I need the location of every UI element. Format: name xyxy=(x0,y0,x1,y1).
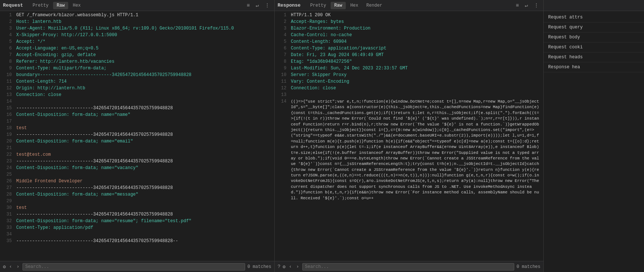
line-item: 35 -----------------------------34265472… xyxy=(0,238,274,245)
response-wrap-icon[interactable]: ↵ xyxy=(523,1,529,9)
line-item: 19 -----------------------------34265472… xyxy=(0,132,274,139)
line-item: 28 Content-Disposition: form-data; name=… xyxy=(0,192,274,199)
line-item: 22 test@test.com xyxy=(0,152,274,159)
response-tabs: Pretty Raw Hex Render xyxy=(306,2,386,9)
line-item: 18 test xyxy=(0,125,274,132)
line-item: 7 Date: Fri, 23 Aug 2024 06:49:49 GMT xyxy=(275,52,543,59)
sidebar-content: Request attrs Request query Request body… xyxy=(544,11,644,272)
line-item: 6 Content-Type: application/javascript xyxy=(275,46,543,52)
line-item: 32 Content-Disposition: form-data; name=… xyxy=(0,218,274,225)
line-item: 14 xyxy=(0,99,274,106)
line-item: 16 Content-Disposition: form-data; name=… xyxy=(0,112,274,119)
line-item: 11 Vary: Content-Encoding xyxy=(275,79,543,86)
sidebar-panel: Request attrs Request query Request body… xyxy=(544,0,644,272)
sidebar-item-request-headers[interactable]: Request heads xyxy=(544,52,644,62)
line-item: 23 -----------------------------34265472… xyxy=(0,159,274,165)
line-item: 8 Etag: "1da36b948427256" xyxy=(275,59,543,66)
request-title: Request xyxy=(3,3,23,8)
request-panel: Request Pretty Raw Hex ≡ ↵ ⋮ 1 GET /_fra… xyxy=(0,0,275,272)
sidebar-item-request-attrs[interactable]: Request attrs xyxy=(544,13,644,23)
request-tabs: Pretty Raw Hex xyxy=(29,2,84,9)
response-pretty-icon[interactable]: ≡ xyxy=(514,2,520,9)
line-item: 25 xyxy=(0,172,274,179)
response-matches-count: 0 matches xyxy=(516,264,540,269)
line-item: 13 xyxy=(275,92,543,99)
line-item: 26 Middle Frontend Developer xyxy=(0,179,274,185)
line-item: 1 GET /_framework/blazor.webassembly.js … xyxy=(0,13,274,19)
line-item: 9 Content-Type: multipart/form-data; xyxy=(0,66,274,72)
sidebar-item-request-body[interactable]: Request body xyxy=(544,32,644,42)
tab-request-raw[interactable]: Raw xyxy=(53,2,69,9)
line-item: 27 -----------------------------34265472… xyxy=(0,185,274,192)
request-prev-button[interactable]: ‹ xyxy=(8,264,13,270)
request-settings-icon[interactable]: ⚙ xyxy=(3,264,6,270)
line-item: 24 Content-Disposition: form-data; name=… xyxy=(0,165,274,172)
line-item: 8 Referer: http://lantern.htb/vacancies xyxy=(0,59,274,66)
line-item: 21 xyxy=(0,145,274,152)
response-menu-icon[interactable]: ⋮ xyxy=(532,1,540,9)
response-prev-button[interactable]: ‹ xyxy=(288,264,293,270)
line-item: 7 Accept-Encoding: gzip, deflate xyxy=(0,52,274,59)
line-item: 4 Cache-Control: no-cache xyxy=(275,32,543,39)
line-item: 30 test xyxy=(0,205,274,212)
response-next-button[interactable]: › xyxy=(295,264,300,270)
response-title: Response xyxy=(278,3,300,8)
line-item: 13 Connection: close xyxy=(0,92,274,99)
line-item: 31 -----------------------------34265472… xyxy=(0,212,274,218)
request-menu-icon[interactable]: ⋮ xyxy=(263,1,271,9)
line-item: 6 Accept-Language: en-US,en;q=0.5 xyxy=(0,46,274,52)
line-item: 10 boundary=---------------------------3… xyxy=(0,72,274,79)
line-item: 4 X-Skipper-Proxy: http://127.0.0.1:5000 xyxy=(0,32,274,39)
request-matches-count: 0 matches xyxy=(247,264,271,269)
tab-response-render[interactable]: Render xyxy=(363,2,386,9)
line-item: 12 Connection: close xyxy=(275,86,543,92)
tab-request-hex[interactable]: Hex xyxy=(69,2,84,9)
tab-response-hex[interactable]: Hex xyxy=(347,2,362,9)
response-settings-icon[interactable]: ⚙ xyxy=(283,264,286,270)
response-panel: Response Pretty Raw Hex Render ≡ ↵ ⋮ 1 H… xyxy=(275,0,544,272)
line-item: 1 HTTP/1.1 200 OK xyxy=(275,13,543,19)
sidebar-item-request-query[interactable]: Request query xyxy=(544,23,644,32)
line-item: 2 Accept-Ranges: bytes xyxy=(275,19,543,26)
line-item: 33 Content-Type: application/pdf xyxy=(0,225,274,232)
line-item: 15 -----------------------------34265472… xyxy=(0,106,274,112)
sidebar-item-response-headers[interactable]: Response hea xyxy=(544,62,644,72)
request-pretty-icon[interactable]: ≡ xyxy=(245,2,251,9)
request-wrap-icon[interactable]: ↵ xyxy=(254,1,260,9)
line-item: 3 User-Agent: Mozilla/5.0 (X11; Linux x8… xyxy=(0,26,274,32)
response-search-input[interactable] xyxy=(302,263,514,271)
request-content: 1 GET /_framework/blazor.webassembly.js … xyxy=(0,11,274,261)
sidebar-header xyxy=(544,0,644,11)
line-item: 3 Blazor-Environment: Production xyxy=(275,26,543,32)
line-item: 9 Last-Modified: Sun, 24 Dec 2023 22:33:… xyxy=(275,66,543,72)
line-item: 14 (()=>{"use strict";var e,t,n;!functio… xyxy=(275,99,543,201)
line-item: 5 Content-Length: 60904 xyxy=(275,39,543,46)
line-item: 29 xyxy=(0,199,274,205)
line-item: 2 Host: lantern.htb xyxy=(0,19,274,26)
tab-response-pretty[interactable]: Pretty xyxy=(306,2,330,9)
line-item: 12 Origin: http://lantern.htb xyxy=(0,86,274,92)
line-item: 5 Accept: */* xyxy=(0,39,274,46)
tab-response-raw[interactable]: Raw xyxy=(331,2,346,9)
line-item: 34 xyxy=(0,232,274,238)
line-item: 11 Content-Length: 714 xyxy=(0,79,274,86)
line-item: 17 xyxy=(0,119,274,125)
request-footer: ⚙ ‹ › 0 matches xyxy=(0,261,274,272)
response-question-icon[interactable]: ? xyxy=(278,264,281,269)
sidebar-item-request-cookies[interactable]: Request cooki xyxy=(544,42,644,52)
response-content: 1 HTTP/1.1 200 OK 2 Accept-Ranges: bytes… xyxy=(275,11,543,261)
line-item: 20 Content-Disposition: form-data; name=… xyxy=(0,139,274,145)
request-header: Request Pretty Raw Hex ≡ ↵ ⋮ xyxy=(0,0,274,11)
response-footer: ? ⚙ ‹ › 0 matches xyxy=(275,261,543,272)
request-search-input[interactable] xyxy=(22,263,245,271)
response-header: Response Pretty Raw Hex Render ≡ ↵ ⋮ xyxy=(275,0,543,11)
request-header-actions: ≡ ↵ ⋮ xyxy=(245,1,271,9)
line-item: 10 Server: Skipper Proxy xyxy=(275,72,543,79)
tab-request-pretty[interactable]: Pretty xyxy=(29,2,52,9)
request-next-button[interactable]: › xyxy=(15,264,21,270)
response-header-actions: ≡ ↵ ⋮ xyxy=(514,1,540,9)
